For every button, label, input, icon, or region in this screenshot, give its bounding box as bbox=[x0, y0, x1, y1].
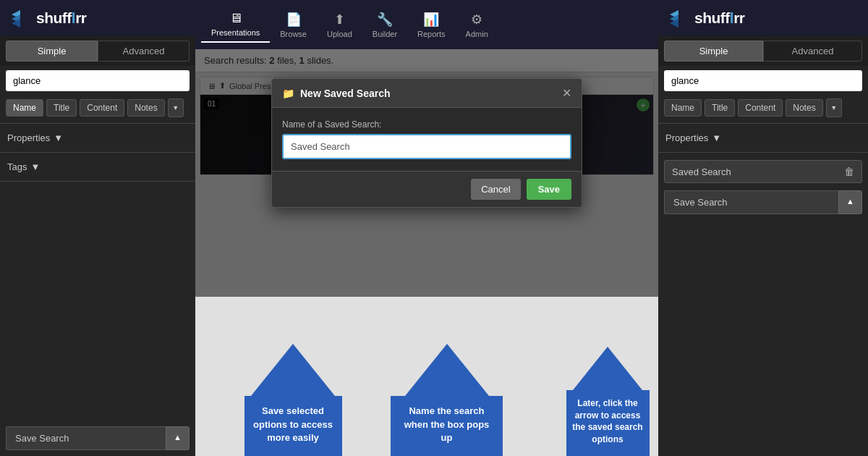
admin-icon: ⚙ bbox=[471, 12, 482, 28]
right-sidebar: shufflrr Simple Advanced Name Title Cont… bbox=[658, 0, 868, 456]
right-save-dropdown-btn[interactable]: ▲ bbox=[838, 190, 862, 214]
tags-arrow: ▼ bbox=[30, 161, 40, 172]
nav-admin[interactable]: ⚙ Admin bbox=[456, 7, 498, 43]
tags-label: Tags bbox=[7, 161, 27, 172]
right-properties-arrow: ▼ bbox=[712, 132, 721, 143]
left-logo: shufflrr bbox=[10, 9, 87, 28]
logo-icon bbox=[10, 9, 32, 28]
left-sidebar: shufflrr Simple Advanced Name Title Cont… bbox=[0, 0, 195, 456]
right-filter-btn-name[interactable]: Name bbox=[664, 99, 702, 117]
right-filter-dropdown[interactable]: ▼ bbox=[826, 98, 842, 117]
nav-builder[interactable]: 🔧 Builder bbox=[362, 7, 407, 43]
ann-center-space: Name the search when the box pops up bbox=[391, 344, 503, 456]
left-simple-tab[interactable]: Simple bbox=[6, 41, 98, 62]
left-advanced-tab[interactable]: Advanced bbox=[98, 41, 190, 62]
annotations-row: Save selected options to access more eas… bbox=[195, 297, 658, 456]
left-spacer bbox=[0, 185, 195, 421]
reports-icon: 📊 bbox=[423, 12, 439, 28]
right-search-box bbox=[664, 70, 862, 91]
brand-name: shufflrr bbox=[36, 9, 87, 27]
right-brand-name: shufflrr bbox=[694, 9, 745, 27]
center-arrow-head bbox=[405, 344, 489, 396]
center-column: 🖥 Presentations 📄 Browse ⬆ Upload 🔧 Buil… bbox=[195, 0, 658, 456]
left-arrow-head bbox=[251, 344, 335, 396]
presentations-icon: 🖥 bbox=[229, 11, 242, 26]
right-logo-bar: shufflrr bbox=[658, 0, 868, 36]
separator-3 bbox=[0, 181, 195, 182]
right-sep-1 bbox=[658, 123, 868, 124]
left-arrow-annotation: Save selected options to access more eas… bbox=[244, 344, 342, 456]
right-arrow-head bbox=[573, 347, 642, 390]
saved-search-name-input[interactable] bbox=[282, 134, 571, 159]
nav-upload[interactable]: ⬆ Upload bbox=[317, 7, 362, 43]
nav-builder-label: Builder bbox=[373, 30, 397, 38]
left-save-search-btn[interactable]: Save Search bbox=[6, 426, 166, 450]
left-tab-row: Simple Advanced bbox=[0, 36, 195, 66]
save-button[interactable]: Save bbox=[527, 179, 571, 200]
filter-btn-title[interactable]: Title bbox=[46, 99, 77, 117]
filter-btn-content[interactable]: Content bbox=[80, 99, 124, 117]
right-sep-2 bbox=[658, 152, 868, 153]
center-arrow-text: Name the search when the box pops up bbox=[391, 396, 503, 456]
right-properties-section: Properties ▼ bbox=[658, 127, 868, 149]
right-simple-tab[interactable]: Simple bbox=[664, 41, 763, 62]
separator-2 bbox=[0, 152, 195, 153]
left-search-box bbox=[6, 70, 190, 91]
nav-admin-label: Admin bbox=[466, 30, 488, 38]
properties-arrow: ▼ bbox=[54, 132, 63, 143]
right-brand-l: l bbox=[730, 9, 733, 26]
saved-search-name-display: Saved Search 🗑 bbox=[664, 160, 862, 183]
nav-presentations-label: Presentations bbox=[211, 28, 260, 37]
right-arrow-text: Later, click the arrow to access the sav… bbox=[566, 390, 650, 456]
modal-header: 📁 New Saved Search ✕ bbox=[272, 79, 582, 108]
nav-upload-label: Upload bbox=[327, 30, 352, 38]
right-save-search-btn[interactable]: Save Search bbox=[664, 190, 838, 214]
ann-right-space: Later, click the arrow to access the sav… bbox=[503, 347, 658, 456]
browse-icon: 📄 bbox=[286, 12, 302, 28]
modal-title-bar: 📁 New Saved Search bbox=[282, 88, 391, 99]
nav-presentations[interactable]: 🖥 Presentations bbox=[201, 7, 270, 43]
right-filter-btn-notes[interactable]: Notes bbox=[786, 99, 822, 117]
brand-l: l bbox=[72, 9, 75, 26]
filter-btn-name[interactable]: Name bbox=[6, 99, 43, 117]
right-filter-btn-content[interactable]: Content bbox=[738, 99, 783, 117]
right-filter-row: Name Title Content Notes ▼ bbox=[658, 96, 868, 120]
right-arrow-annotation: Later, click the arrow to access the sav… bbox=[566, 347, 650, 456]
right-advanced-tab[interactable]: Advanced bbox=[763, 41, 862, 62]
tags-section: Tags ▼ bbox=[0, 156, 195, 178]
left-save-row: Save Search ▲ bbox=[6, 426, 190, 450]
right-save-row: Save Search ▲ bbox=[664, 190, 862, 214]
properties-section: Properties ▼ bbox=[0, 127, 195, 149]
modal-footer: Cancel Save bbox=[272, 171, 582, 207]
upload-icon: ⬆ bbox=[334, 12, 345, 28]
left-save-dropdown-btn[interactable]: ▲ bbox=[166, 426, 190, 450]
modal-overlay: 📁 New Saved Search ✕ Name of a Saved Sea… bbox=[195, 49, 658, 297]
right-filter-btn-title[interactable]: Title bbox=[705, 99, 735, 117]
left-arrow-text: Save selected options to access more eas… bbox=[244, 396, 342, 456]
filter-btn-notes[interactable]: Notes bbox=[127, 99, 164, 117]
cancel-button[interactable]: Cancel bbox=[471, 179, 520, 200]
left-logo-bar: shufflrr bbox=[0, 0, 195, 36]
nav-browse[interactable]: 📄 Browse bbox=[270, 7, 317, 43]
left-search-input[interactable] bbox=[6, 70, 190, 91]
center-arrow-annotation: Name the search when the box pops up bbox=[391, 344, 503, 456]
main-content: Search results: 2 files, 1 slides. 🖥 ⬆ G… bbox=[195, 49, 658, 297]
nav-browse-label: Browse bbox=[280, 30, 307, 38]
right-search-input[interactable] bbox=[664, 70, 862, 91]
folder-icon: 📁 bbox=[282, 88, 294, 99]
nav-reports[interactable]: 📊 Reports bbox=[407, 7, 456, 43]
nav-reports-label: Reports bbox=[417, 30, 446, 38]
right-logo: shufflrr bbox=[668, 9, 745, 28]
modal-input-label: Name of a Saved Search: bbox=[282, 119, 571, 130]
top-nav: 🖥 Presentations 📄 Browse ⬆ Upload 🔧 Buil… bbox=[195, 0, 658, 49]
right-tab-row: Simple Advanced bbox=[658, 36, 868, 66]
ann-left-space: Save selected options to access more eas… bbox=[195, 344, 391, 456]
filter-dropdown[interactable]: ▼ bbox=[168, 98, 184, 117]
modal-close-btn[interactable]: ✕ bbox=[562, 86, 571, 100]
saved-name-text: Saved Search bbox=[672, 166, 731, 177]
right-logo-icon bbox=[668, 9, 690, 28]
modal-body: Name of a Saved Search: bbox=[272, 108, 582, 171]
properties-label: Properties bbox=[7, 132, 50, 143]
delete-saved-search-btn[interactable]: 🗑 bbox=[844, 166, 854, 177]
modal-title-text: New Saved Search bbox=[300, 88, 391, 99]
